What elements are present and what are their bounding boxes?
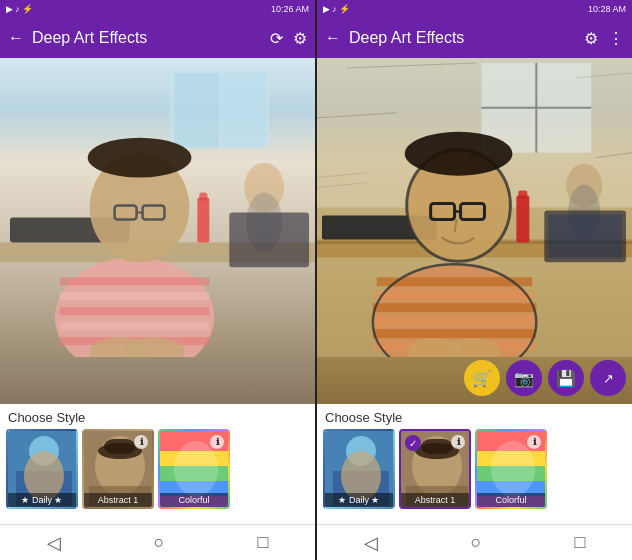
nav-recents-right[interactable]: □ (575, 532, 586, 553)
svg-rect-50 (373, 303, 536, 312)
back-button-right[interactable]: ← (325, 29, 341, 47)
abstract-info-icon-right[interactable]: ℹ (451, 435, 465, 449)
svg-rect-18 (197, 198, 209, 243)
svg-point-90 (491, 441, 535, 497)
save-button[interactable]: 💾 (548, 360, 584, 396)
svg-point-37 (174, 441, 218, 497)
style-item-abstract-left[interactable]: ℹ Abstract 1 (82, 429, 154, 509)
right-photo-area: 🛒 📷 💾 ↗ (317, 58, 632, 404)
style-item-daily-left[interactable]: ★ Daily ★ (6, 429, 78, 509)
right-status-icons: ▶ ♪ ⚡ (323, 4, 350, 14)
svg-rect-73 (548, 215, 622, 259)
left-style-items: ★ Daily ★ ℹ Abstract 1 (0, 429, 315, 509)
instagram-button[interactable]: 📷 (506, 360, 542, 396)
left-status-bar: ▶ ♪ ⚡ 10:26 AM (0, 0, 315, 18)
left-top-icons: ⟳ ⚙ (270, 29, 307, 48)
svg-point-57 (405, 132, 513, 176)
svg-rect-64 (516, 196, 529, 243)
nav-back-right[interactable]: ◁ (364, 532, 378, 554)
right-top-bar: ← Deep Art Effects ⚙ ⋮ (317, 18, 632, 58)
time-left: 10:26 AM (271, 4, 309, 14)
back-button-left[interactable]: ← (8, 29, 24, 47)
nav-home-right[interactable]: ○ (471, 532, 482, 553)
svg-rect-1 (174, 73, 219, 148)
right-status-time: 10:28 AM (588, 4, 626, 14)
svg-rect-6 (60, 277, 210, 285)
style-item-abstract-right[interactable]: ℹ ✓ Abstract 1 (399, 429, 471, 509)
svg-rect-20 (229, 213, 309, 268)
abstract-label-right: Abstract 1 (401, 493, 469, 507)
svg-rect-19 (199, 193, 207, 201)
bt-icon-right: ⚡ (339, 4, 350, 14)
svg-rect-2 (221, 73, 266, 148)
left-bottom-nav: ◁ ○ □ (0, 524, 315, 560)
colorful-info-icon-right[interactable]: ℹ (527, 435, 541, 449)
right-top-icons: ⚙ ⋮ (584, 29, 624, 48)
left-style-chooser: Choose Style ★ Daily ★ (0, 404, 315, 524)
daily-label-left: ★ Daily ★ (8, 493, 76, 507)
status-time-left: 10:26 AM (271, 4, 309, 14)
abstract-info-icon-left[interactable]: ℹ (134, 435, 148, 449)
svg-rect-51 (373, 316, 536, 325)
nav-home-left[interactable]: ○ (154, 532, 165, 553)
settings-icon-left[interactable]: ⚙ (293, 29, 307, 48)
svg-point-15 (88, 138, 192, 178)
action-buttons: 🛒 📷 💾 ↗ (464, 360, 626, 396)
svg-rect-9 (60, 322, 210, 330)
svg-rect-31 (104, 439, 136, 454)
bt-icon: ⚡ (22, 4, 33, 14)
style-item-colorful-right[interactable]: ℹ Colorful (475, 429, 547, 509)
cart-button[interactable]: 🛒 (464, 360, 500, 396)
svg-rect-49 (375, 290, 534, 299)
colorful-label-right: Colorful (477, 493, 545, 507)
style-item-colorful-left[interactable]: ℹ Colorful (158, 429, 230, 509)
person-sketch-right-filtered (317, 58, 632, 357)
person-sketch-left (0, 58, 315, 357)
nav-recents-left[interactable]: □ (258, 532, 269, 553)
crop-rotate-icon[interactable]: ⟳ (270, 29, 283, 48)
android-icon: ▶ (6, 4, 13, 14)
style-item-daily-right[interactable]: ★ Daily ★ (323, 429, 395, 509)
svg-rect-7 (60, 292, 210, 300)
more-icon-right[interactable]: ⋮ (608, 29, 624, 48)
left-phone-panel: ▶ ♪ ⚡ 10:26 AM ← Deep Art Effects ⟳ ⚙ (0, 0, 315, 560)
left-photo-area (0, 58, 315, 404)
music-icon: ♪ (15, 4, 20, 14)
left-style-title: Choose Style (0, 410, 315, 429)
settings-icon-right[interactable]: ⚙ (584, 29, 598, 48)
app-title-left: Deep Art Effects (32, 29, 262, 47)
right-bottom-nav: ◁ ○ □ (317, 524, 632, 560)
svg-rect-65 (518, 191, 527, 199)
right-style-items: ★ Daily ★ ℹ ✓ Abstract 1 (317, 429, 632, 509)
android-icon-right: ▶ (323, 4, 330, 14)
svg-rect-8 (60, 307, 210, 315)
app-title-right: Deep Art Effects (349, 29, 576, 47)
abstract-label-left: Abstract 1 (84, 493, 152, 507)
svg-rect-52 (373, 329, 536, 338)
daily-label-right: ★ Daily ★ (325, 493, 393, 507)
colorful-info-icon-left[interactable]: ℹ (210, 435, 224, 449)
right-phone-panel: ▶ ♪ ⚡ 10:28 AM ← Deep Art Effects ⚙ ⋮ (317, 0, 632, 560)
status-bar-left-icons: ▶ ♪ ⚡ (6, 4, 33, 14)
right-style-chooser: Choose Style ★ Daily ★ (317, 404, 632, 524)
abstract-check-icon: ✓ (405, 435, 421, 451)
right-status-bar: ▶ ♪ ⚡ 10:28 AM (317, 0, 632, 18)
music-icon-right: ♪ (332, 4, 337, 14)
time-right: 10:28 AM (588, 4, 626, 14)
share-button[interactable]: ↗ (590, 360, 626, 396)
left-top-bar: ← Deep Art Effects ⟳ ⚙ (0, 18, 315, 58)
right-style-title: Choose Style (317, 410, 632, 429)
colorful-label-left: Colorful (160, 493, 228, 507)
nav-back-left[interactable]: ◁ (47, 532, 61, 554)
svg-rect-84 (421, 439, 453, 454)
